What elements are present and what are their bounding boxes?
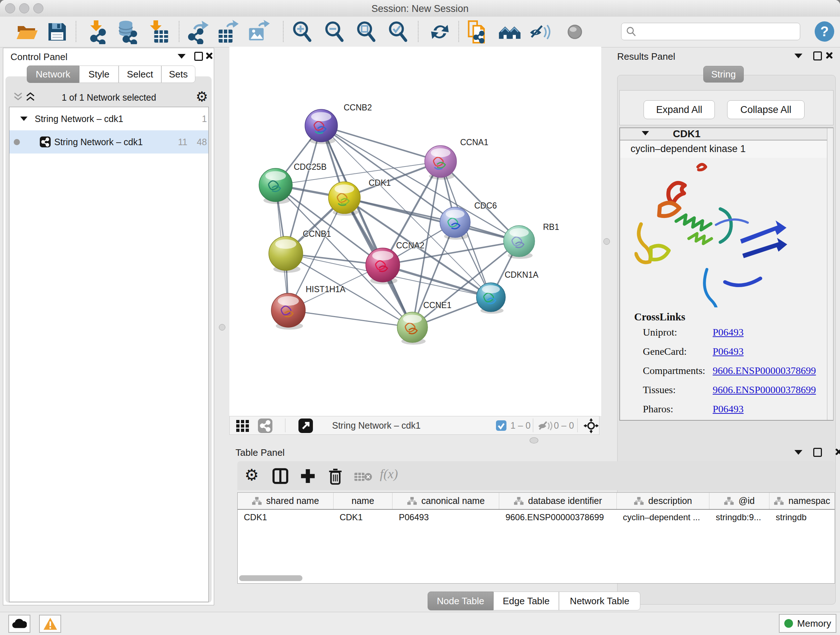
table-panel-float-icon[interactable]	[813, 448, 822, 457]
edge-CCNE1-HIST1H1A[interactable]	[288, 310, 412, 327]
column-header-namespace[interactable]: namespac	[769, 493, 835, 509]
horizontal-splitter-handle[interactable]	[530, 437, 538, 443]
panel-float-icon[interactable]	[194, 52, 203, 61]
import-network-button[interactable]	[83, 18, 114, 46]
add-column-plus-icon[interactable]	[300, 468, 316, 485]
network-collection-row[interactable]: String Network – cdk1 1	[9, 107, 208, 130]
table-options-gear-icon[interactable]: ⚙	[245, 466, 259, 484]
results-panel-float-icon[interactable]	[813, 51, 822, 60]
section-collapse-icon[interactable]	[642, 131, 649, 135]
crosslink-link[interactable]: P06493	[713, 326, 744, 338]
node-CCNB1[interactable]	[269, 236, 303, 273]
search-input[interactable]	[637, 26, 794, 37]
cell-canonical-name[interactable]: P06493	[393, 512, 499, 523]
network-graph[interactable]: CCNB2CCNA1CDC25BCDK1CDC6RB1CCNB1CCNA2CDK…	[229, 47, 601, 416]
node-CCNA2[interactable]	[366, 248, 400, 285]
expand-all-button[interactable]: Expand All	[644, 100, 715, 119]
open-session-button[interactable]	[12, 18, 42, 46]
results-scrollbar[interactable]	[827, 128, 833, 420]
memory-button[interactable]: Memory	[779, 614, 836, 633]
network-view-title: String Network – cdk1	[332, 420, 421, 431]
results-panel-close-icon[interactable]	[825, 51, 833, 59]
table-horizontal-scrollbar[interactable]	[239, 575, 302, 581]
toolbar-separator	[283, 21, 284, 42]
node-CCNA1[interactable]	[425, 146, 456, 180]
show-eye-button[interactable]	[560, 18, 590, 46]
help-button[interactable]: ?	[815, 21, 834, 42]
network-row-selected[interactable]: String Network – cdk1 11 48	[9, 130, 208, 154]
node-HIST1H1A[interactable]	[271, 293, 305, 330]
show-columns-icon[interactable]	[272, 468, 289, 485]
export-image-button[interactable]	[244, 18, 274, 46]
node-count: 11	[178, 137, 187, 147]
pan-crosshair-icon[interactable]	[584, 418, 599, 433]
collapse-all-button[interactable]: Collapse All	[727, 100, 805, 119]
tab-edge-table[interactable]: Edge Table	[493, 592, 559, 610]
tab-string[interactable]: String	[703, 66, 744, 82]
tab-network-table[interactable]: Network Table	[559, 592, 640, 610]
node-CDKN1A[interactable]	[477, 283, 505, 314]
results-panel-menu-icon[interactable]	[794, 54, 802, 58]
zoom-selected-button[interactable]	[383, 18, 414, 46]
node-CCNB2[interactable]	[305, 109, 338, 144]
cell-id[interactable]: stringdb:9...	[709, 512, 769, 523]
hide-glasses-button[interactable]	[524, 18, 555, 46]
node-CDC25B[interactable]	[259, 168, 292, 204]
apply-layout-button[interactable]	[425, 18, 455, 46]
cell-database-identifier[interactable]: 9606.ENSP00000378699	[499, 512, 617, 523]
table-panel-menu-icon[interactable]	[794, 450, 802, 455]
cell-namespace[interactable]: stringdb	[769, 512, 835, 523]
export-network-button[interactable]	[183, 18, 214, 46]
tab-style[interactable]: Style	[79, 65, 118, 83]
hidden-eye-slash-icon[interactable]	[537, 420, 553, 432]
column-header-description[interactable]: description	[617, 493, 710, 509]
node-CCNE1[interactable]	[397, 312, 428, 345]
zoom-out-button[interactable]	[319, 18, 350, 46]
table-row[interactable]: CDK1 CDK1 P06493 9606.ENSP00000378699 cy…	[238, 510, 835, 525]
network-canvas[interactable]: CCNB2CCNA1CDC25BCDK1CDC6RB1CCNB1CCNA2CDK…	[229, 47, 601, 416]
panel-close-icon[interactable]	[205, 52, 213, 60]
crosslink-link[interactable]: P06493	[713, 403, 744, 415]
cell-description[interactable]: cyclin–dependent ...	[617, 512, 710, 523]
import-network-from-database-button[interactable]	[112, 18, 143, 46]
crosslink-link[interactable]: 9606.ENSP00000378699	[713, 384, 816, 395]
column-header-database-identifier[interactable]: database identifier	[499, 493, 617, 509]
save-session-button[interactable]	[42, 18, 73, 46]
delete-column-trash-icon[interactable]	[327, 467, 344, 485]
toolbar-search[interactable]	[621, 23, 800, 40]
node-RB1[interactable]	[504, 226, 535, 259]
selected-checkbox[interactable]	[496, 420, 507, 431]
birdseye-grid-icon[interactable]	[235, 419, 250, 432]
home-button[interactable]	[494, 18, 525, 46]
tab-node-table[interactable]: Node Table	[428, 592, 493, 610]
tab-select[interactable]: Select	[118, 65, 161, 83]
panel-menu-icon[interactable]	[178, 54, 186, 59]
column-header-canonical-name[interactable]: canonical name	[393, 493, 499, 509]
tab-sets[interactable]: Sets	[161, 65, 195, 83]
tab-network[interactable]: Network	[27, 65, 79, 83]
node-CDC6[interactable]	[440, 207, 470, 240]
network-options-gear-icon[interactable]: ⚙	[196, 89, 208, 105]
warning-status-button[interactable]	[39, 615, 61, 633]
column-header-name[interactable]: name	[333, 493, 393, 509]
import-table-button[interactable]	[143, 18, 173, 46]
node-CDK1[interactable]	[328, 182, 360, 216]
right-splitter-handle[interactable]	[603, 238, 610, 245]
zoom-fit-button[interactable]	[351, 18, 382, 46]
column-header-shared-name[interactable]: shared name	[238, 493, 333, 509]
open-in-view-button[interactable]	[298, 418, 313, 433]
gene-section-header[interactable]: CDK1	[620, 128, 833, 141]
tree-expand-icon[interactable]	[20, 117, 27, 121]
table-panel-close-icon[interactable]	[835, 448, 840, 456]
export-table-button[interactable]	[213, 18, 244, 46]
left-splitter-handle[interactable]	[219, 324, 225, 331]
cell-name[interactable]: CDK1	[333, 512, 393, 523]
crosslink-link[interactable]: P06493	[713, 346, 744, 357]
column-header-id[interactable]: @id	[709, 493, 769, 509]
cell-shared-name[interactable]: CDK1	[238, 512, 333, 523]
cloud-status-button[interactable]	[8, 615, 30, 633]
zoom-in-button[interactable]	[287, 18, 317, 46]
network-share-toggle[interactable]	[258, 418, 272, 433]
crosslink-link[interactable]: 9606.ENSP00000378699	[713, 365, 816, 376]
copy-network-button[interactable]	[463, 18, 493, 46]
